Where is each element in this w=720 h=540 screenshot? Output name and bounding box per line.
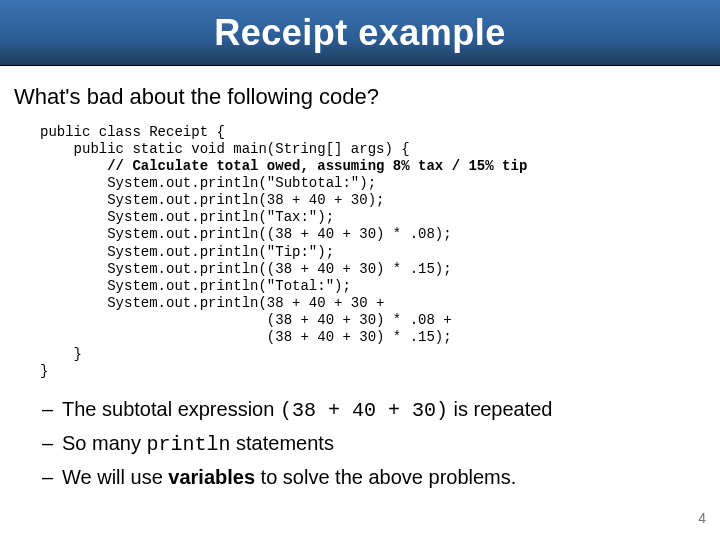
code-line: System.out.println(38 + 40 + 30 + bbox=[40, 295, 384, 311]
code-line: System.out.println((38 + 40 + 30) * .15)… bbox=[40, 261, 452, 277]
code-line: public class Receipt { bbox=[40, 124, 225, 140]
slide-body: What's bad about the following code? pub… bbox=[0, 66, 720, 491]
bullet-list: – The subtotal expression (38 + 40 + 30)… bbox=[42, 396, 706, 491]
code-line: System.out.println("Tip:"); bbox=[40, 244, 334, 260]
bold-text: variables bbox=[168, 466, 255, 488]
code-line: (38 + 40 + 30) * .15); bbox=[40, 329, 452, 345]
text-fragment: So many bbox=[62, 432, 146, 454]
code-block: public class Receipt { public static voi… bbox=[40, 124, 706, 380]
bullet-item: – We will use variables to solve the abo… bbox=[42, 464, 706, 491]
code-line: (38 + 40 + 30) * .08 + bbox=[40, 312, 452, 328]
bullet-text: So many println statements bbox=[62, 430, 706, 458]
bullet-text: The subtotal expression (38 + 40 + 30) i… bbox=[62, 396, 706, 424]
slide: Receipt example What's bad about the fol… bbox=[0, 0, 720, 540]
bullet-dash: – bbox=[42, 430, 62, 457]
code-line: } bbox=[40, 363, 48, 379]
code-line: System.out.println("Tax:"); bbox=[40, 209, 334, 225]
bullet-item: – The subtotal expression (38 + 40 + 30)… bbox=[42, 396, 706, 424]
code-line: System.out.println("Subtotal:"); bbox=[40, 175, 376, 191]
code-line: public static void main(String[] args) { bbox=[40, 141, 410, 157]
slide-title: Receipt example bbox=[214, 12, 506, 54]
text-fragment: We will use bbox=[62, 466, 168, 488]
title-bar: Receipt example bbox=[0, 0, 720, 66]
code-comment: // Calculate total owed, assuming 8% tax… bbox=[40, 158, 527, 174]
bullet-dash: – bbox=[42, 464, 62, 491]
code-line: System.out.println((38 + 40 + 30) * .08)… bbox=[40, 226, 452, 242]
code-line: System.out.println("Total:"); bbox=[40, 278, 351, 294]
text-fragment: is repeated bbox=[448, 398, 553, 420]
text-fragment: The subtotal expression bbox=[62, 398, 280, 420]
text-fragment: statements bbox=[231, 432, 334, 454]
question-text: What's bad about the following code? bbox=[14, 84, 706, 110]
bullet-dash: – bbox=[42, 396, 62, 423]
inline-code: (38 + 40 + 30) bbox=[280, 399, 448, 422]
code-line: System.out.println(38 + 40 + 30); bbox=[40, 192, 384, 208]
bullet-item: – So many println statements bbox=[42, 430, 706, 458]
inline-code: println bbox=[146, 433, 230, 456]
page-number: 4 bbox=[698, 510, 706, 526]
text-fragment: to solve the above problems. bbox=[255, 466, 516, 488]
bullet-text: We will use variables to solve the above… bbox=[62, 464, 706, 491]
code-line: } bbox=[40, 346, 82, 362]
